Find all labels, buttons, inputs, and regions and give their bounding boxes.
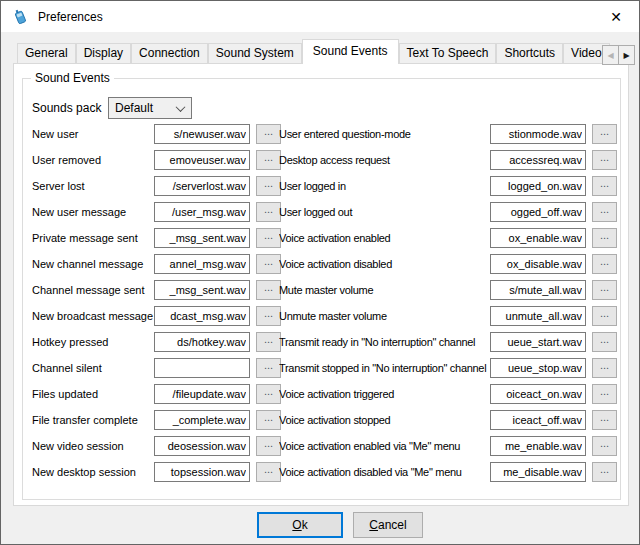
browse-button[interactable]: ...: [256, 332, 281, 352]
browse-button[interactable]: ...: [592, 202, 617, 222]
browse-button[interactable]: ...: [256, 410, 281, 430]
sound-file-input[interactable]: [490, 410, 586, 430]
sound-file-input[interactable]: [490, 332, 586, 352]
ok-button[interactable]: Ok: [257, 512, 343, 538]
tab-scroll-left-icon[interactable]: ◀: [602, 45, 619, 65]
sound-file-input[interactable]: [154, 150, 250, 170]
sound-file-input[interactable]: [154, 410, 250, 430]
tab-connection[interactable]: Connection: [131, 43, 208, 63]
browse-button[interactable]: ...: [256, 254, 281, 274]
tab-shortcuts[interactable]: Shortcuts: [496, 43, 563, 63]
sound-file-input[interactable]: [490, 384, 586, 404]
sound-file-input[interactable]: [154, 202, 250, 222]
sound-event-label: Transmit stopped in "No interruption" ch…: [279, 362, 490, 374]
browse-button[interactable]: ...: [592, 462, 617, 482]
browse-button[interactable]: ...: [256, 358, 281, 378]
sound-event-row: Voice activation disabled via "Me" menu …: [279, 462, 617, 482]
sounds-pack-select[interactable]: Default: [108, 97, 192, 119]
browse-button[interactable]: ...: [592, 436, 617, 456]
sound-file-input[interactable]: [490, 462, 586, 482]
chevron-down-icon: [176, 102, 186, 112]
sound-file-input[interactable]: [490, 254, 586, 274]
sound-events-group: Sound Events Sounds pack Default New use…: [22, 78, 621, 500]
browse-button[interactable]: ...: [592, 176, 617, 196]
sound-file-input[interactable]: [154, 124, 250, 144]
browse-button[interactable]: ...: [592, 254, 617, 274]
sound-file-input[interactable]: [154, 254, 250, 274]
tab-sound-system[interactable]: Sound System: [208, 43, 302, 63]
tab-sound-events[interactable]: Sound Events: [302, 39, 399, 64]
sound-file-input[interactable]: [154, 358, 250, 378]
sound-event-row: New channel message ...: [32, 254, 281, 274]
browse-button[interactable]: ...: [592, 358, 617, 378]
sound-file-input[interactable]: [154, 306, 250, 326]
sound-file-input[interactable]: [490, 228, 586, 248]
sound-event-row: Unmute master volume ...: [279, 306, 617, 326]
sound-event-label: New desktop session: [32, 466, 154, 478]
browse-button[interactable]: ...: [256, 280, 281, 300]
sound-event-row: New video session ...: [32, 436, 281, 456]
tab-text-to-speech[interactable]: Text To Speech: [399, 43, 497, 63]
sound-event-label: User logged in: [279, 180, 490, 192]
browse-button[interactable]: ...: [592, 306, 617, 326]
browse-button[interactable]: ...: [256, 306, 281, 326]
sound-event-row: User removed ...: [32, 150, 281, 170]
browse-button[interactable]: ...: [592, 280, 617, 300]
sound-event-row: Mute master volume ...: [279, 280, 617, 300]
sound-file-input[interactable]: [490, 280, 586, 300]
sound-file-input[interactable]: [154, 280, 250, 300]
sound-file-input[interactable]: [490, 202, 586, 222]
browse-button[interactable]: ...: [256, 228, 281, 248]
sound-file-input[interactable]: [154, 228, 250, 248]
close-icon[interactable]: ✕: [595, 1, 637, 32]
browse-button[interactable]: ...: [592, 332, 617, 352]
sound-file-input[interactable]: [154, 462, 250, 482]
browse-button[interactable]: ...: [256, 202, 281, 222]
sound-file-input[interactable]: [490, 358, 586, 378]
sound-file-input[interactable]: [154, 176, 250, 196]
sound-event-row: New user message ...: [32, 202, 281, 222]
sound-file-input[interactable]: [490, 124, 586, 144]
browse-button[interactable]: ...: [592, 150, 617, 170]
browse-button[interactable]: ...: [256, 436, 281, 456]
browse-button[interactable]: ...: [592, 384, 617, 404]
sound-event-label: Voice activation enabled: [279, 232, 490, 244]
sound-file-input[interactable]: [490, 306, 586, 326]
sound-file-input[interactable]: [490, 436, 586, 456]
sound-event-row: New broadcast message ...: [32, 306, 281, 326]
sound-event-label: User removed: [32, 154, 154, 166]
browse-button[interactable]: ...: [256, 124, 281, 144]
browse-button[interactable]: ...: [592, 228, 617, 248]
sound-file-input[interactable]: [490, 176, 586, 196]
sound-event-row: Voice activation disabled ...: [279, 254, 617, 274]
cancel-button[interactable]: Cancel: [353, 512, 423, 538]
tab-general[interactable]: General: [17, 43, 76, 63]
browse-button[interactable]: ...: [256, 150, 281, 170]
sounds-pack-row: Sounds pack Default: [32, 97, 192, 119]
browse-button[interactable]: ...: [256, 384, 281, 404]
sound-file-input[interactable]: [154, 384, 250, 404]
sound-events-column-left: New user ... User removed ... Server los…: [32, 124, 281, 488]
sound-event-row: Private message sent ...: [32, 228, 281, 248]
browse-button[interactable]: ...: [256, 462, 281, 482]
browse-button[interactable]: ...: [256, 176, 281, 196]
sound-event-row: Voice activation enabled ...: [279, 228, 617, 248]
sound-event-label: Voice activation enabled via "Me" menu: [279, 440, 490, 452]
tab-scroll-right-icon[interactable]: ▶: [618, 45, 635, 65]
sound-event-row: File transfer complete ...: [32, 410, 281, 430]
sound-event-label: Server lost: [32, 180, 154, 192]
title-bar: Preferences ✕: [1, 1, 639, 32]
browse-button[interactable]: ...: [592, 410, 617, 430]
browse-button[interactable]: ...: [592, 124, 617, 144]
ok-button-label: Ok: [292, 518, 307, 532]
sound-event-row: Channel message sent ...: [32, 280, 281, 300]
sound-file-input[interactable]: [154, 436, 250, 456]
sound-file-input[interactable]: [490, 150, 586, 170]
sound-event-label: Voice activation disabled via "Me" menu: [279, 466, 490, 478]
sound-events-page: Sound Events Sounds pack Default New use…: [13, 63, 629, 506]
sound-file-input[interactable]: [154, 332, 250, 352]
sound-event-label: Unmute master volume: [279, 310, 490, 322]
tab-display[interactable]: Display: [76, 43, 131, 63]
sound-event-row: Channel silent ...: [32, 358, 281, 378]
sound-event-label: User logged out: [279, 206, 490, 218]
